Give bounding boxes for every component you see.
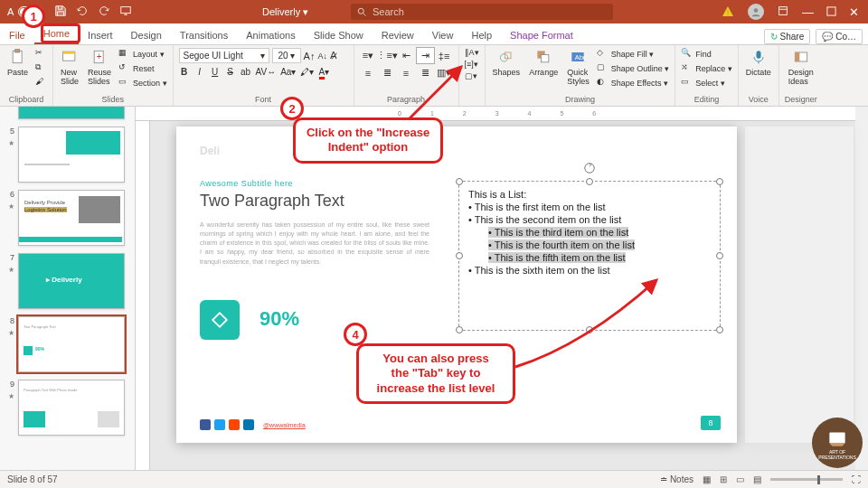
tab-animations[interactable]: Animations [237, 26, 304, 44]
slideshow-view-icon[interactable]: ▤ [753, 474, 761, 484]
vertical-scrollbar[interactable] [855, 107, 868, 470]
list-item[interactable]: • This is the third item on the list [468, 227, 711, 238]
tab-insert[interactable]: Insert [79, 26, 122, 44]
normal-view-icon[interactable]: ▦ [703, 474, 711, 484]
start-slideshow-icon[interactable] [119, 5, 132, 19]
tab-home[interactable]: Home [34, 24, 79, 44]
cut-icon[interactable]: ✂ [35, 48, 47, 60]
slide-handle[interactable]: @wwwalmedia [263, 422, 306, 428]
layout-button[interactable]: ▦Layout ▾ [118, 48, 167, 60]
tab-design[interactable]: Design [122, 26, 171, 44]
align-left-button[interactable]: ≡ [360, 65, 377, 80]
tw-icon[interactable] [214, 419, 225, 430]
list-item[interactable]: • This is the fourth item on the list [468, 239, 711, 250]
shape-fill-button[interactable]: ◇Shape Fill ▾ [597, 48, 670, 60]
slide-canvas[interactable]: 0123456 Deli Awesome Subtitle here Two P… [136, 107, 868, 470]
slide-icon-box[interactable] [200, 300, 240, 340]
highlight-button[interactable]: 🖍▾ [300, 67, 314, 77]
slide-thumbnail-panel[interactable]: 5★ 6★ Deliverly ProvideLogistics Solutio… [0, 107, 136, 470]
save-icon[interactable] [54, 5, 67, 19]
find-button[interactable]: 🔍Find [681, 48, 732, 60]
case-button[interactable]: Aa▾ [280, 67, 296, 77]
gp-icon[interactable] [229, 419, 240, 430]
list-item[interactable]: • This is the second item on the list [468, 214, 711, 225]
maximize-icon[interactable] [826, 6, 836, 18]
ribbon-options-icon[interactable] [777, 5, 789, 19]
section-button[interactable]: ▭Section ▾ [118, 77, 167, 89]
notes-button[interactable]: ≐ Notes [660, 474, 693, 484]
tab-shape-format[interactable]: Shape Format [501, 26, 582, 44]
reset-button[interactable]: ↺Reset [118, 62, 167, 74]
resize-handle[interactable] [456, 178, 463, 185]
copy-icon[interactable]: ⧉ [35, 62, 47, 74]
align-center-button[interactable]: ≣ [379, 65, 396, 80]
resize-handle[interactable] [586, 178, 593, 185]
paste-button[interactable]: Paste [5, 48, 30, 77]
slide-title[interactable]: Two Paragraph Text [200, 192, 344, 211]
thumb-slide-partial[interactable] [18, 107, 125, 119]
tab-view[interactable]: View [423, 26, 463, 44]
list-content[interactable]: This is a List: • This is the first item… [459, 182, 720, 283]
dictate-button[interactable]: Dictate [744, 48, 773, 77]
zoom-slider[interactable] [770, 478, 843, 481]
redo-icon[interactable] [98, 5, 110, 19]
tab-file[interactable]: File [0, 26, 34, 44]
share-button[interactable]: ↻Share [764, 29, 811, 44]
shape-effects-button[interactable]: ◐Shape Effects ▾ [597, 77, 670, 89]
undo-icon[interactable] [76, 5, 89, 19]
resize-handle[interactable] [716, 326, 723, 333]
select-button[interactable]: ▭Select ▾ [681, 77, 732, 89]
list-heading[interactable]: This is a List: [468, 189, 711, 200]
italic-button[interactable]: I [194, 67, 205, 77]
format-painter-icon[interactable]: 🖌 [35, 77, 47, 89]
thumb-slide-7[interactable]: ▸ Deliverly [18, 253, 125, 309]
reuse-slides-button[interactable]: +Reuse Slides [86, 48, 113, 86]
font-size-select[interactable]: 20▾ [272, 48, 301, 63]
tab-review[interactable]: Review [373, 26, 423, 44]
new-slide-button[interactable]: New Slide [59, 48, 80, 86]
resize-handle[interactable] [716, 178, 723, 185]
rotate-handle-icon[interactable] [583, 162, 596, 174]
tab-help[interactable]: Help [462, 26, 501, 44]
quick-styles-button[interactable]: AbcQuick Styles [565, 48, 591, 86]
font-color-button[interactable]: A▾ [318, 67, 329, 77]
tab-slideshow[interactable]: Slide Show [305, 26, 373, 44]
thumb-slide-6[interactable]: Deliverly ProvideLogistics Solution [18, 190, 125, 246]
list-item[interactable]: • This is the fifth item on the list [468, 252, 711, 263]
design-ideas-panel[interactable] [745, 127, 854, 443]
underline-button[interactable]: U [210, 67, 221, 77]
font-family-select[interactable]: Segoe UI Light▾ [179, 48, 269, 63]
search-box[interactable]: Search [351, 4, 613, 20]
slide-percentage[interactable]: 90% [259, 307, 299, 331]
shapes-button[interactable]: Shapes [491, 48, 523, 77]
tab-transitions[interactable]: Transitions [171, 26, 237, 44]
shape-outline-button[interactable]: ▢Shape Outline ▾ [597, 62, 670, 74]
reading-view-icon[interactable]: ▭ [736, 474, 744, 484]
clear-formatting-icon[interactable]: A̷ [330, 50, 337, 61]
bullets-button[interactable]: ≡▾ [360, 48, 377, 63]
li-icon[interactable] [243, 419, 254, 430]
strike-button[interactable]: S [225, 67, 236, 77]
thumb-slide-9[interactable]: Paragraph Text With Photo Inside [18, 380, 125, 436]
user-avatar[interactable] [748, 4, 764, 20]
design-ideas-button[interactable]: Design Ideas [785, 48, 817, 86]
decrease-font-icon[interactable]: A↓ [317, 52, 327, 61]
close-icon[interactable]: ✕ [849, 5, 859, 19]
arrange-button[interactable]: Arrange [527, 48, 560, 77]
sorter-view-icon[interactable]: ⊞ [720, 474, 727, 484]
slide-subtitle[interactable]: Awesome Subtitle here [200, 179, 293, 188]
minimize-icon[interactable]: — [802, 5, 814, 19]
replace-button[interactable]: ⤭Replace ▾ [681, 62, 732, 74]
increase-font-icon[interactable]: A↑ [304, 51, 316, 61]
resize-handle[interactable] [456, 326, 463, 333]
comments-button[interactable]: 💬Co… [816, 29, 863, 44]
text-direction-button[interactable]: ‖A▾ [465, 48, 479, 57]
thumb-slide-5[interactable] [18, 127, 125, 183]
shadow-button[interactable]: ab [241, 67, 251, 77]
bold-button[interactable]: B [179, 67, 190, 77]
slide-body-text[interactable]: A wonderful serenity has taken possessio… [200, 221, 429, 267]
resize-handle[interactable] [456, 252, 463, 259]
spacing-button[interactable]: AV↔ [256, 67, 277, 77]
list-item[interactable]: • This is the first item on the list [468, 202, 711, 212]
thumb-slide-8[interactable]: Two Paragraph Text90% [18, 316, 125, 372]
